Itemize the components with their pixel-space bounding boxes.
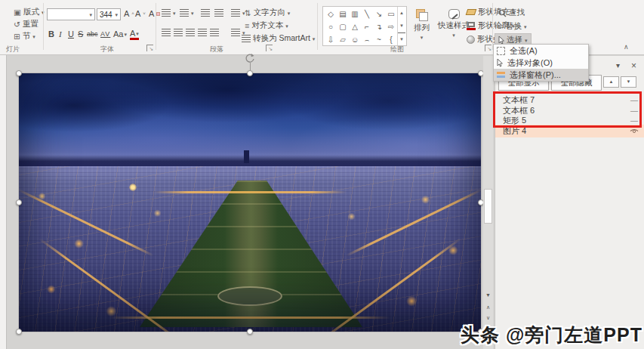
- shape-vertical-textbox[interactable]: ▥: [349, 8, 361, 20]
- gallery-down-icon[interactable]: [398, 20, 405, 32]
- quick-styles-button[interactable]: 快速样式: [438, 9, 470, 38]
- shapes-gallery-scrollbar[interactable]: [397, 7, 405, 45]
- font-name-combo[interactable]: [47, 8, 95, 20]
- section-button[interactable]: 节: [14, 31, 35, 42]
- italic-button[interactable]: I: [59, 29, 68, 40]
- gallery-up-icon[interactable]: [398, 7, 405, 20]
- layout-icon: [14, 8, 21, 17]
- shape-rectangle[interactable]: ▭: [385, 8, 397, 20]
- next-slide-icon[interactable]: [483, 313, 493, 323]
- resize-handle-bottom-left[interactable]: [16, 329, 22, 335]
- character-spacing-button[interactable]: AV: [100, 29, 110, 40]
- group-divider: [43, 3, 44, 50]
- hidden-state-icon[interactable]: —: [630, 107, 638, 115]
- find-button[interactable]: 查找: [498, 8, 525, 18]
- shapes-gallery[interactable]: ◇ ▤ ▥ ╲ ↘ ▭ ○ ▢ △ ⌐ ↴ ⇨ ⇩ ▱ ☺ ⌢ ~ {: [322, 6, 407, 46]
- collapse-ribbon-icon[interactable]: [624, 44, 629, 51]
- text-direction-button[interactable]: 文字方向: [245, 8, 290, 18]
- pane-menu-icon[interactable]: [616, 62, 620, 69]
- align-left-button[interactable]: [162, 29, 171, 36]
- menu-item-selection-pane[interactable]: 选择窗格(P)...: [494, 69, 588, 81]
- bold-button[interactable]: B: [48, 29, 57, 40]
- shape-rounded-rectangle[interactable]: ▢: [337, 20, 349, 33]
- layout-button[interactable]: 版式: [14, 7, 44, 17]
- increase-indent-button[interactable]: [214, 9, 223, 17]
- align-center-button[interactable]: [174, 29, 183, 36]
- drawing-dialog-launcher[interactable]: [485, 45, 491, 51]
- pane-item-label: 文本框 7: [503, 94, 630, 106]
- shape-oval[interactable]: ○: [325, 20, 337, 33]
- powerpoint-window: 版式 重置 节 灯片 344 A A A: [0, 0, 644, 349]
- justify-button[interactable]: [198, 29, 207, 36]
- resize-handle-bottom-center[interactable]: [247, 329, 253, 335]
- pane-item-rectangle5[interactable]: 矩形 5 —: [495, 115, 644, 125]
- grow-font-button[interactable]: A: [124, 9, 134, 18]
- scroll-down-icon[interactable]: [483, 290, 493, 300]
- shape-right-arrow[interactable]: ⇨: [385, 20, 397, 33]
- clear-formatting-button[interactable]: A: [149, 9, 160, 18]
- menu-item-select-all[interactable]: 全选(A): [494, 45, 588, 57]
- reset-icon: [14, 20, 20, 29]
- reset-button[interactable]: 重置: [14, 19, 39, 29]
- pane-item-textbox7[interactable]: 文本框 7 —: [495, 94, 644, 105]
- replace-button[interactable]: 替换: [497, 21, 526, 32]
- numbering-button[interactable]: [180, 9, 194, 17]
- change-case-button[interactable]: Aa: [113, 29, 127, 40]
- shadow-button[interactable]: S: [78, 29, 87, 40]
- hidden-state-icon[interactable]: —: [630, 96, 638, 104]
- group-divider: [492, 3, 493, 50]
- section-label: 节: [23, 31, 31, 42]
- pane-close-icon[interactable]: [631, 61, 636, 70]
- rotate-icon: [245, 53, 255, 63]
- shape-arrow-line[interactable]: ↘: [373, 8, 385, 20]
- shape-line[interactable]: ╲: [361, 8, 373, 20]
- paragraph-dialog-launcher[interactable]: [266, 45, 273, 51]
- shape-elbow-arrow[interactable]: ↴: [373, 20, 385, 33]
- align-text-button[interactable]: 对齐文本: [245, 20, 288, 31]
- distribute-button[interactable]: [210, 29, 219, 36]
- font-size-combo[interactable]: 344: [97, 8, 121, 20]
- decrease-indent-button[interactable]: [201, 9, 210, 17]
- hidden-state-icon[interactable]: —: [630, 116, 638, 125]
- shape-smiley[interactable]: ☺: [349, 33, 361, 46]
- rotation-handle[interactable]: [245, 53, 255, 63]
- shape-elbow-connector[interactable]: ⌐: [361, 20, 373, 33]
- shape-textbox[interactable]: ▤: [337, 8, 349, 20]
- font-dialog-launcher[interactable]: [146, 45, 153, 51]
- chevron-down-icon: [173, 11, 176, 16]
- bring-forward-button[interactable]: [603, 76, 619, 88]
- selected-picture-paris-aerial[interactable]: [19, 73, 481, 332]
- resize-handle-top-center[interactable]: [247, 70, 253, 76]
- chevron-down-icon: [285, 23, 288, 29]
- shrink-font-button[interactable]: A: [135, 9, 146, 18]
- shape-down-arrow[interactable]: ⇩: [325, 33, 337, 46]
- convert-smartart-button[interactable]: 转换为 SmartArt: [242, 33, 315, 44]
- bullets-button[interactable]: [162, 9, 176, 17]
- shape-triangle[interactable]: △: [349, 20, 361, 33]
- font-color-button[interactable]: A: [130, 29, 139, 40]
- shapes-grid: ◇ ▤ ▥ ╲ ↘ ▭ ○ ▢ △ ⌐ ↴ ⇨ ⇩ ▱ ☺ ⌢ ~ {: [323, 7, 397, 45]
- shape-curve[interactable]: ~: [373, 33, 385, 46]
- shape-diamond[interactable]: ◇: [325, 8, 337, 20]
- resize-handle-top-left[interactable]: [16, 70, 22, 76]
- underline-button[interactable]: U: [68, 29, 77, 40]
- line-spacing-button[interactable]: [231, 9, 245, 17]
- menu-item-select-objects[interactable]: 选择对象(O): [494, 57, 588, 69]
- pane-item-picture4[interactable]: 图片 4: [495, 125, 644, 137]
- chevron-down-icon: [525, 38, 528, 43]
- eye-icon[interactable]: [630, 127, 639, 136]
- quick-styles-icon: [448, 9, 460, 19]
- send-backward-button[interactable]: [621, 76, 636, 88]
- slide-scrollbar[interactable]: [483, 56, 493, 349]
- strikethrough-button[interactable]: abc: [87, 29, 98, 40]
- resize-handle-mid-left[interactable]: [16, 199, 22, 205]
- shape-parallelogram[interactable]: ▱: [337, 33, 349, 46]
- scrollbar-thumb[interactable]: [484, 189, 492, 224]
- align-right-button[interactable]: [186, 29, 195, 36]
- photo-vignette: [19, 73, 481, 332]
- shape-arc[interactable]: ⌢: [361, 33, 373, 46]
- previous-slide-icon[interactable]: [483, 302, 493, 312]
- arrange-button[interactable]: 排列: [414, 9, 430, 40]
- chevron-down-icon: [124, 32, 127, 37]
- watermark-text: 头条 @旁门左道PPT: [461, 323, 642, 347]
